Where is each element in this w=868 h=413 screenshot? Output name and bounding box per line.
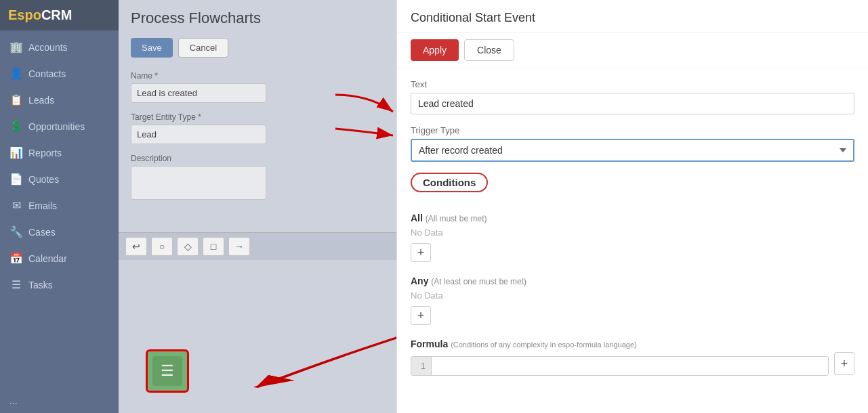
text-label: Text [411, 79, 854, 89]
sidebar-item-quotes[interactable]: 📄 Quotes [0, 166, 119, 192]
formula-add-button[interactable]: + [834, 352, 854, 375]
sidebar-item-label: Contacts [28, 68, 66, 79]
trigger-select[interactable]: After record created After record update… [411, 139, 854, 162]
trigger-label: Trigger Type [411, 125, 854, 135]
conditions-label: Conditions [411, 173, 488, 192]
sidebar-item-cases[interactable]: 🔧 Cases [0, 219, 119, 245]
trigger-field-group: Trigger Type After record created After … [411, 125, 854, 162]
formula-section: Formula (Conditions of any complexity in… [411, 339, 854, 376]
sidebar-item-label: Calendar [28, 253, 67, 264]
any-section-title: Any (At least one must be met) [411, 276, 854, 286]
logo: EspoCRM [0, 0, 119, 30]
accounts-icon: 🏢 [9, 41, 23, 53]
sidebar-item-opportunities[interactable]: 💲 Opportunities [0, 113, 119, 139]
text-field-group: Text [411, 79, 854, 114]
sidebar-nav: 🏢 Accounts 👤 Contacts 📋 Leads 💲 Opportun… [0, 30, 119, 389]
quotes-icon: 📄 [9, 173, 23, 186]
logo-text: EspoCRM [8, 7, 72, 23]
any-no-data: No Data [411, 290, 854, 301]
sidebar-item-label: Cases [28, 227, 56, 238]
leads-icon: 📋 [9, 93, 23, 106]
sidebar: EspoCRM 🏢 Accounts 👤 Contacts 📋 Leads 💲 … [0, 0, 119, 413]
apply-button[interactable]: Apply [411, 39, 459, 61]
modal-body: Text Trigger Type After record created A… [397, 68, 868, 413]
sidebar-item-label: Emails [28, 200, 57, 211]
sidebar-item-contacts[interactable]: 👤 Contacts [0, 60, 119, 87]
close-button[interactable]: Close [464, 39, 514, 61]
formula-line-numbers: 1 [411, 357, 432, 375]
all-conditions-section: All (All must be met) No Data + [411, 213, 854, 262]
sidebar-item-label: Tasks [28, 280, 53, 290]
modal-panel: Conditional Start Event Apply Close Text… [119, 0, 868, 413]
sidebar-item-calendar[interactable]: 📅 Calendar [0, 245, 119, 271]
modal-annotation-arrows [119, 0, 396, 413]
formula-label: Formula (Conditions of any complexity in… [411, 339, 854, 349]
opportunities-icon: 💲 [9, 120, 23, 133]
formula-input[interactable] [432, 357, 828, 375]
add-any-condition-button[interactable]: + [411, 306, 431, 325]
add-all-condition-button[interactable]: + [411, 243, 431, 262]
sidebar-item-label: Quotes [28, 174, 59, 185]
contacts-icon: 👤 [9, 67, 23, 80]
sidebar-item-reports[interactable]: 📊 Reports [0, 139, 119, 166]
all-no-data: No Data [411, 227, 854, 238]
calendar-icon: 📅 [9, 252, 23, 265]
tasks-icon: ☰ [9, 278, 23, 291]
emails-icon: ✉ [9, 199, 23, 212]
reports-icon: 📊 [9, 146, 23, 159]
sidebar-more[interactable]: ... [0, 389, 119, 413]
cases-icon: 🔧 [9, 225, 23, 238]
main-area: Process Flowcharts Save Cancel Name * Ta… [119, 0, 868, 413]
sidebar-item-leads[interactable]: 📋 Leads [0, 87, 119, 113]
modal-title: Conditional Start Event [397, 0, 868, 32]
sidebar-item-label: Accounts [28, 42, 68, 53]
modal-content: Conditional Start Event Apply Close Text… [396, 0, 868, 413]
all-section-title: All (All must be met) [411, 213, 854, 223]
sidebar-item-label: Reports [28, 148, 62, 158]
any-conditions-section: Any (At least one must be met) No Data + [411, 276, 854, 325]
sidebar-item-tasks[interactable]: ☰ Tasks [0, 271, 119, 298]
modal-actions: Apply Close [397, 32, 868, 68]
sidebar-item-accounts[interactable]: 🏢 Accounts [0, 34, 119, 60]
sidebar-item-label: Opportunities [28, 121, 85, 132]
sidebar-item-emails[interactable]: ✉ Emails [0, 192, 119, 219]
formula-editor: 1 [411, 356, 829, 376]
text-input[interactable] [411, 93, 854, 114]
sidebar-item-label: Leads [28, 95, 54, 106]
